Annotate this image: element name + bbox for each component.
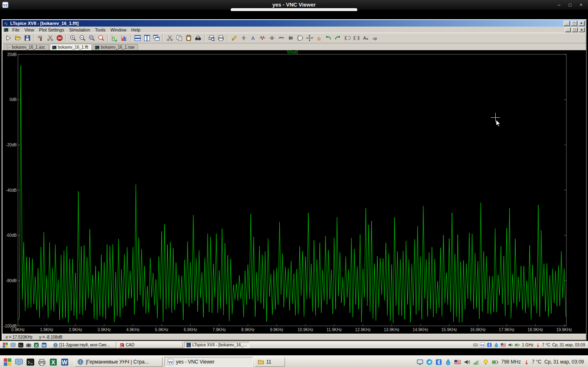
vnc-maximize-button[interactable]: □ <box>567 0 573 9</box>
autorange-button[interactable] <box>110 34 119 43</box>
local-tray-battery[interactable] <box>492 359 499 366</box>
remote-task-cad[interactable]: CAD <box>118 342 183 348</box>
cascade-button[interactable] <box>151 34 161 43</box>
run-button[interactable] <box>4 34 13 43</box>
remote-launcher-word[interactable]: W <box>40 342 48 348</box>
tile-vert-button[interactable] <box>142 34 151 43</box>
find-button[interactable] <box>193 34 203 43</box>
remote-launcher-app-menu[interactable] <box>1 342 9 348</box>
print-preview-button[interactable] <box>207 34 216 43</box>
tab-bokarev-16-1-asc[interactable]: bokarev_16_1.asc <box>4 44 49 50</box>
remote-tray-volume[interactable] <box>508 342 513 348</box>
y-axis-tick-label: -40dB <box>6 188 17 193</box>
tab-bokarev-16-1-fft[interactable]: bokarev_16_1.fft <box>50 44 92 50</box>
remote-tray-flag-us[interactable] <box>501 342 506 348</box>
fft-plot-pane[interactable]: V(out)20dB0dB-20dB-40dB-60dB-80dB-100dB0… <box>2 50 586 334</box>
local-tray-flag-us[interactable] <box>454 359 461 366</box>
local-launcher-computer[interactable] <box>13 356 24 368</box>
scissors-button[interactable] <box>45 34 55 43</box>
cut-button[interactable] <box>165 34 174 43</box>
menu-tools[interactable]: Tools <box>93 27 108 33</box>
remote-clock[interactable]: Ср, 31 мар, 03:09 <box>552 343 585 347</box>
drag-button[interactable] <box>314 34 323 43</box>
menu-file[interactable]: File <box>10 27 22 33</box>
tile-horiz-button[interactable] <box>133 34 142 43</box>
local-launcher-terminal[interactable] <box>24 356 36 368</box>
trace-legend[interactable]: V(out) <box>287 50 298 54</box>
menu-plot-settings[interactable]: Plot Settings <box>36 27 67 33</box>
local-tray-bluetooth[interactable] <box>435 359 442 366</box>
ltspice-close-button[interactable]: × <box>578 21 585 26</box>
local-tray-telegram[interactable] <box>426 359 433 366</box>
component-button[interactable] <box>295 34 305 43</box>
vnc-toolbar-tab[interactable] <box>231 8 357 11</box>
remote-launcher-computer[interactable] <box>9 342 17 348</box>
document-minimize-button[interactable]: _ <box>565 27 571 32</box>
wire-button[interactable] <box>229 34 239 43</box>
spice-directive-button[interactable]: .op <box>370 34 380 43</box>
document-restore-button[interactable]: □ <box>572 27 578 32</box>
halt-button[interactable] <box>55 34 64 43</box>
zoom-in-button[interactable] <box>68 34 78 43</box>
save-button[interactable] <box>22 34 32 43</box>
inductor-button[interactable] <box>276 34 286 43</box>
capacitor-button[interactable] <box>267 34 276 43</box>
undo-button[interactable] <box>323 34 333 43</box>
ltspice-minimize-button[interactable]: _ <box>564 21 570 26</box>
document-close-button[interactable]: × <box>579 27 585 32</box>
remote-tray-keyboard[interactable] <box>473 342 478 348</box>
remote-launcher-camera[interactable] <box>24 342 32 348</box>
text-button[interactable]: Aa <box>361 34 370 43</box>
tab-bokarev-16-1-raw[interactable]: bokarev_16_1.raw <box>93 44 138 50</box>
remote-tray-bluetooth[interactable] <box>487 342 492 348</box>
local-tray-bulb[interactable] <box>482 359 489 366</box>
menu-view[interactable]: View <box>22 27 37 33</box>
control-panel-button[interactable] <box>36 34 45 43</box>
ltspice-titlebar[interactable]: LTspice XVII - [bokarev_16_1.fft] _□× <box>2 20 586 27</box>
remote-tray-battery[interactable] <box>514 342 520 348</box>
local-tray-volume[interactable] <box>463 359 470 366</box>
local-tray-monitor[interactable] <box>416 359 423 366</box>
label-button[interactable]: A <box>248 34 258 43</box>
move-button[interactable] <box>305 34 314 43</box>
zoom-out-button[interactable] <box>78 34 87 43</box>
menu-simulation[interactable]: Simulation <box>67 27 92 33</box>
copy-button[interactable] <box>174 34 184 43</box>
remote-task-ltspice[interactable]: LTspice XVII - [bokarev_16_... <box>184 342 249 348</box>
local-launcher-app-menu[interactable] <box>2 356 13 368</box>
fft-plot-canvas[interactable]: V(out)20dB0dB-20dB-40dB-60dB-80dB-100dB0… <box>2 50 586 334</box>
zoom-region-button[interactable] <box>96 34 106 43</box>
ground-button[interactable] <box>239 34 248 43</box>
vnc-icon: V2 <box>480 342 485 348</box>
diode-button[interactable] <box>286 34 295 43</box>
local-launcher-word[interactable]: W <box>59 356 70 368</box>
ltspice-restore-button[interactable]: □ <box>571 21 577 26</box>
local-launcher-printer[interactable] <box>36 356 47 368</box>
rotate-button[interactable] <box>342 34 352 43</box>
local-task-vnc[interactable]: V2yes - VNC Viewer <box>165 357 253 367</box>
remote-launcher-calc[interactable]: X <box>32 342 40 348</box>
local-clock[interactable]: Ср, 31 мар, 03:09 <box>544 359 584 365</box>
chart-bars-button[interactable] <box>119 34 129 43</box>
redo-button[interactable] <box>333 34 342 43</box>
zoom-full-button[interactable] <box>87 34 96 43</box>
local-launcher-calc[interactable]: X <box>47 356 59 368</box>
open-button[interactable] <box>13 34 22 43</box>
run-icon <box>5 34 12 42</box>
vnc-minimize-button[interactable]: – <box>556 0 562 9</box>
local-task-folder[interactable]: 11 <box>255 357 285 367</box>
local-tray-drop[interactable] <box>445 359 452 366</box>
menu-window[interactable]: Window <box>108 27 129 33</box>
remote-launcher-terminal[interactable] <box>17 342 24 348</box>
vnc-close-button[interactable]: × <box>578 0 584 9</box>
local-tray-signal[interactable] <box>473 359 480 366</box>
resistor-button[interactable] <box>258 34 267 43</box>
menu-help[interactable]: Help <box>129 27 143 33</box>
paste-button[interactable] <box>184 34 193 43</box>
remote-tray-vnc[interactable]: V2 <box>480 342 485 348</box>
local-task-globe[interactable]: [Германиевые УНЧ | Стра... <box>74 357 163 367</box>
remote-task-globe[interactable]: [11-Здравствуй, моя Сме... <box>51 342 116 348</box>
remote-tray-drop[interactable] <box>494 342 499 348</box>
print-button[interactable] <box>216 34 225 43</box>
mirror-button[interactable] <box>352 34 361 43</box>
